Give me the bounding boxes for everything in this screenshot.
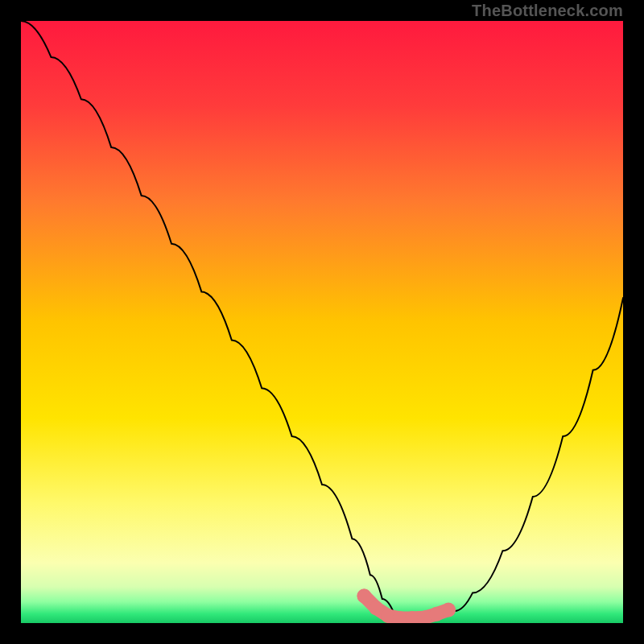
marker-dot — [441, 603, 456, 617]
attribution-text: TheBottleneck.com — [472, 2, 623, 20]
plot-area — [21, 21, 623, 623]
marker-dot — [357, 588, 371, 603]
bottleneck-curve — [21, 21, 623, 620]
curve-layer — [21, 21, 623, 623]
marker-dot — [369, 601, 383, 615]
marker-dot — [381, 609, 395, 623]
optimal-range-markers — [357, 588, 456, 623]
chart-frame: TheBottleneck.com — [0, 0, 644, 644]
